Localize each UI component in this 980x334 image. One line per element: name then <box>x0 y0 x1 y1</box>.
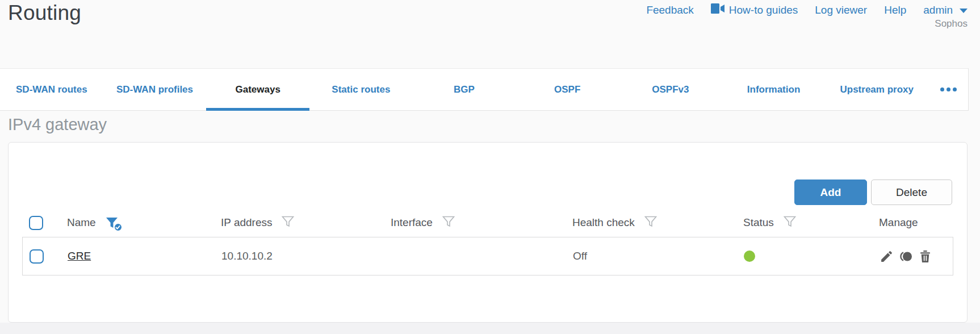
table-header-row: Name IP address Interface <box>22 208 953 237</box>
filter-applied-check-icon <box>114 223 123 232</box>
delete-row-icon[interactable] <box>918 249 932 264</box>
howto-guides-link[interactable]: How-to guides <box>711 3 798 16</box>
feedback-link[interactable]: Feedback <box>646 4 693 16</box>
gateway-table: Name IP address Interface <box>22 208 953 275</box>
brand-label: Sophos <box>935 18 968 30</box>
user-name-label: admin <box>923 4 953 16</box>
tab-overflow-button[interactable] <box>928 69 968 110</box>
filter-icon-status[interactable] <box>783 215 797 231</box>
tab-ospfv3[interactable]: OSPFv3 <box>619 69 722 110</box>
toolbar: Add Delete <box>794 179 952 205</box>
user-menu[interactable]: admin <box>923 4 968 16</box>
tab-upstream-proxy[interactable]: Upstream proxy <box>825 69 928 110</box>
gateway-health-check-value: Off <box>573 250 587 262</box>
filter-icon-interface[interactable] <box>442 215 455 231</box>
ellipsis-icon <box>953 87 957 91</box>
gateway-name-link[interactable]: GRE <box>68 250 91 262</box>
tab-information[interactable]: Information <box>722 69 826 110</box>
help-link[interactable]: Help <box>884 4 906 16</box>
column-header-name: Name <box>67 216 96 229</box>
tab-ospf[interactable]: OSPF <box>516 69 619 110</box>
select-all-checkbox[interactable] <box>29 216 43 230</box>
delete-button[interactable]: Delete <box>871 179 952 205</box>
gateway-ip-value: 10.10.10.2 <box>221 250 273 262</box>
add-button[interactable]: Add <box>794 179 867 205</box>
tab-gateways[interactable]: Gateways <box>206 69 309 110</box>
ellipsis-icon <box>940 87 944 91</box>
tab-bgp[interactable]: BGP <box>413 69 516 110</box>
tab-static-routes[interactable]: Static routes <box>309 69 413 110</box>
section-heading: IPv4 gateway <box>8 115 107 134</box>
top-nav: Feedback How-to guides Log viewer Help a… <box>646 3 968 16</box>
log-viewer-link[interactable]: Log viewer <box>815 4 867 16</box>
edit-icon[interactable] <box>880 249 894 264</box>
tab-sd-wan-profiles[interactable]: SD-WAN profiles <box>103 69 207 110</box>
column-header-ip-address: IP address <box>221 216 272 229</box>
video-camera-icon <box>711 3 724 16</box>
filter-icon-ip-address[interactable] <box>281 215 295 231</box>
column-header-interface: Interface <box>391 216 433 229</box>
filter-icon-health-check[interactable] <box>644 215 657 231</box>
row-checkbox[interactable] <box>30 249 44 264</box>
page-footer-band <box>0 323 980 334</box>
help-label: Help <box>884 4 906 16</box>
gateway-panel: Add Delete Name IP address <box>8 142 968 323</box>
chevron-down-icon <box>960 9 968 13</box>
howto-guides-label: How-to guides <box>729 4 798 16</box>
status-up-indicator <box>744 250 755 262</box>
filter-icon-name-active[interactable] <box>105 216 119 229</box>
feedback-label: Feedback <box>646 4 693 16</box>
log-viewer-label: Log viewer <box>815 4 867 16</box>
column-header-health-check: Health check <box>572 216 635 229</box>
table-row: GRE 10.10.10.2 Off <box>22 237 953 275</box>
column-header-status: Status <box>743 216 774 229</box>
tab-sd-wan-routes[interactable]: SD-WAN routes <box>0 69 103 110</box>
page-title: Routing <box>8 1 81 25</box>
ellipsis-icon <box>947 87 950 91</box>
clone-icon[interactable] <box>898 249 914 264</box>
tab-bar: SD-WAN routes SD-WAN profiles Gateways S… <box>0 68 969 111</box>
column-header-manage: Manage <box>879 216 918 229</box>
